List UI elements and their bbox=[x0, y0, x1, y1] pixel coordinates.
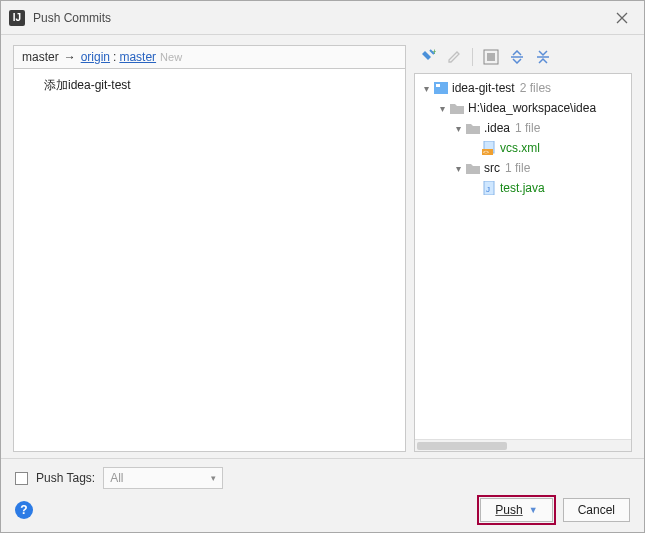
tree-node-project[interactable]: ▾ idea-git-test 2 files bbox=[415, 78, 631, 98]
module-icon bbox=[433, 81, 449, 95]
tree-label: idea-git-test bbox=[452, 81, 515, 95]
edit-icon[interactable] bbox=[444, 47, 464, 67]
titlebar: IJ Push Commits bbox=[1, 1, 644, 35]
dialog-window: IJ Push Commits master → origin : master… bbox=[0, 0, 645, 533]
collapse-all-icon[interactable] bbox=[533, 47, 553, 67]
folder-icon bbox=[449, 101, 465, 115]
push-tags-label: Push Tags: bbox=[36, 471, 95, 485]
tree-node-file[interactable]: <> vcs.xml bbox=[415, 138, 631, 158]
tree-meta: 2 files bbox=[520, 81, 551, 95]
file-toolbar: + bbox=[414, 45, 632, 69]
svg-text:<>: <> bbox=[483, 149, 489, 155]
push-button[interactable]: Push ▼ bbox=[480, 498, 552, 522]
remote-link[interactable]: origin bbox=[81, 50, 110, 64]
chevron-down-icon[interactable]: ▾ bbox=[419, 81, 433, 95]
content-area: master → origin : master New 添加idea-git-… bbox=[1, 35, 644, 458]
push-tags-combo[interactable]: All ▾ bbox=[103, 467, 223, 489]
svg-rect-2 bbox=[487, 53, 495, 61]
combo-value: All bbox=[110, 471, 123, 485]
chevron-down-icon[interactable]: ▾ bbox=[435, 101, 449, 115]
folder-icon bbox=[465, 121, 481, 135]
chevron-down-icon[interactable]: ▾ bbox=[451, 121, 465, 135]
remote-branch-link[interactable]: master bbox=[119, 50, 156, 64]
help-icon[interactable]: ? bbox=[15, 501, 33, 519]
svg-rect-5 bbox=[434, 82, 448, 94]
close-icon[interactable] bbox=[602, 4, 642, 32]
tree-meta: 1 file bbox=[505, 161, 530, 175]
chevron-down-icon: ▾ bbox=[211, 473, 216, 483]
tree-label: .idea bbox=[484, 121, 510, 135]
tree-node-file[interactable]: J test.java bbox=[415, 178, 631, 198]
commit-list[interactable]: 添加idea-git-test bbox=[13, 69, 406, 452]
button-group: Push ▼ Cancel bbox=[480, 498, 630, 522]
commit-item[interactable]: 添加idea-git-test bbox=[22, 75, 397, 96]
scrollbar-thumb[interactable] bbox=[417, 442, 507, 450]
dialog-title: Push Commits bbox=[33, 11, 602, 25]
tree-node-dir[interactable]: ▾ src 1 file bbox=[415, 158, 631, 178]
tree-label: vcs.xml bbox=[500, 141, 540, 155]
folder-icon bbox=[465, 161, 481, 175]
toolbar-separator bbox=[472, 48, 473, 66]
push-tags-label-text: Push Tags: bbox=[36, 471, 95, 485]
svg-rect-6 bbox=[436, 84, 440, 87]
tree-node-dir[interactable]: ▾ .idea 1 file bbox=[415, 118, 631, 138]
file-tree[interactable]: ▾ idea-git-test 2 files ▾ H:\idea_worksp… bbox=[414, 73, 632, 452]
arrow-icon: → bbox=[64, 50, 76, 64]
tree-label: src bbox=[484, 161, 500, 175]
java-file-icon: J bbox=[481, 181, 497, 195]
horizontal-scrollbar[interactable] bbox=[415, 439, 631, 451]
new-tag: New bbox=[160, 51, 182, 63]
left-panel: master → origin : master New 添加idea-git-… bbox=[13, 45, 406, 452]
group-icon[interactable] bbox=[481, 47, 501, 67]
tree-label: test.java bbox=[500, 181, 545, 195]
tree-node-path[interactable]: ▾ H:\idea_workspace\idea bbox=[415, 98, 631, 118]
buttons-row: ? Push ▼ Cancel bbox=[15, 498, 630, 522]
chevron-down-icon: ▼ bbox=[529, 505, 538, 515]
cancel-button-label: Cancel bbox=[578, 503, 615, 517]
chevron-down-icon[interactable]: ▾ bbox=[451, 161, 465, 175]
footer: Push Tags: All ▾ ? Push ▼ Cancel bbox=[1, 458, 644, 532]
tree-label: H:\idea_workspace\idea bbox=[468, 101, 596, 115]
push-button-label: Push bbox=[495, 503, 522, 517]
pin-icon[interactable]: + bbox=[418, 47, 438, 67]
branch-bar: master → origin : master New bbox=[13, 45, 406, 69]
xml-file-icon: <> bbox=[481, 141, 497, 155]
cancel-button[interactable]: Cancel bbox=[563, 498, 630, 522]
branch-sep: : bbox=[113, 50, 116, 64]
push-tags-row: Push Tags: All ▾ bbox=[15, 467, 630, 489]
push-tags-checkbox[interactable] bbox=[15, 472, 28, 485]
expand-all-icon[interactable] bbox=[507, 47, 527, 67]
app-icon: IJ bbox=[9, 10, 25, 26]
svg-text:J: J bbox=[486, 185, 490, 194]
local-branch: master bbox=[22, 50, 59, 64]
svg-text:+: + bbox=[432, 49, 436, 57]
right-panel: + ▾ bbox=[414, 45, 632, 452]
tree-meta: 1 file bbox=[515, 121, 540, 135]
